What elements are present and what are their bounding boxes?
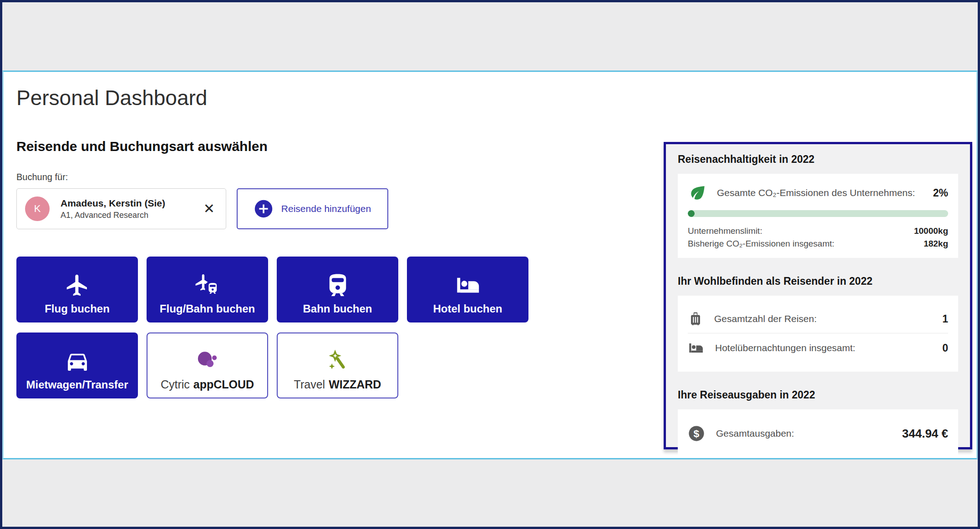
cytric-appcloud-tile[interactable]: CytricappCLOUD [147, 333, 268, 398]
trips-label: Gesamtzahl der Reisen: [714, 313, 817, 324]
car-transfer-booking-tile[interactable]: Mietwagen/Transfer [16, 333, 138, 398]
total-expenses-value: 344.94 € [902, 427, 948, 441]
luggage-icon [688, 311, 703, 327]
traveler-info: Amadeus, Kerstin (Sie) A1, Advanced Rese… [61, 198, 165, 220]
car-icon [65, 343, 90, 378]
company-limit-label: Unternehmenslimit: [688, 226, 762, 236]
company-limit-row: Unternehmenslimit: 10000kg [688, 226, 948, 236]
train-icon [325, 267, 350, 302]
total-expenses-label: Gesamtausgaben: [716, 428, 794, 439]
booking-for-label: Buchung für: [16, 172, 533, 182]
add-traveler-label: Reisende hinzufügen [281, 203, 371, 214]
leaf-icon [688, 183, 708, 203]
traveler-chip[interactable]: K Amadeus, Kerstin (Sie) A1, Advanced Re… [16, 188, 226, 229]
airplane-train-icon [193, 267, 222, 302]
hotel-nights-value: 0 [942, 342, 948, 354]
company-limit-value: 10000kg [914, 226, 948, 236]
bed-icon [455, 267, 481, 302]
emissions-header-row: Gesamte CO₂-Emissionen des Unternehmens:… [688, 183, 948, 203]
emissions-card: Gesamte CO₂-Emissionen des Unternehmens:… [678, 174, 958, 258]
flight-rail-booking-tile[interactable]: Flug/Bahn buchen [147, 257, 268, 322]
booking-column: Personal Dashboard Reisende und Buchungs… [16, 72, 533, 398]
hotel-nights-row: Hotelübernachtungen insgesamt: 0 [688, 333, 948, 363]
emissions-stats: Unternehmenslimit: 10000kg Bisherige CO₂… [688, 226, 948, 249]
emissions-label: Gesamte CO₂-Emissionen des Unternehmens: [717, 186, 917, 201]
trips-value: 1 [942, 313, 948, 325]
cytric-appcloud-icon [194, 343, 221, 378]
svg-text:$: $ [694, 428, 700, 439]
total-expenses-row: $ Gesamtausgaben: 344.94 € [688, 418, 948, 448]
personal-dashboard-page: { "page": { "title": "Personal Dashboard… [0, 0, 980, 529]
tile-label: Bahn buchen [303, 302, 372, 315]
booking-section-heading: Reisende und Buchungsart auswählen [16, 139, 533, 154]
emissions-total-label: Bisherige CO₂-Emissionen insgesamt: [688, 239, 834, 249]
tile-label: CytricappCLOUD [161, 378, 254, 391]
traveler-detail: A1, Advanced Research [61, 211, 165, 220]
page-title: Personal Dashboard [16, 86, 533, 110]
emissions-total-value: 182kg [924, 239, 948, 249]
emissions-progress-bar [688, 210, 948, 217]
app-name: appCLOUD [193, 378, 254, 391]
tile-label: Mietwagen/Transfer [26, 378, 128, 391]
traveler-name: Amadeus, Kerstin (Sie) [61, 198, 165, 209]
bed-icon-grey [688, 340, 704, 356]
traveler-avatar: K [25, 196, 50, 221]
flight-booking-tile[interactable]: Flug buchen [16, 257, 138, 322]
rail-booking-tile[interactable]: Bahn buchen [277, 257, 398, 322]
dollar-circle-icon: $ [688, 425, 705, 442]
sustainability-panel: Reisenachhaltigkeit in 2022 Gesamte CO₂-… [664, 142, 972, 449]
emissions-total-row: Bisherige CO₂-Emissionen insgesamt: 182k… [688, 239, 948, 249]
emissions-percent-value: 2% [933, 187, 948, 199]
trips-row: Gesamtzahl der Reisen: 1 [688, 305, 948, 333]
tile-label: TravelWIZZARD [294, 378, 381, 391]
expenses-heading: Ihre Reiseausgaben in 2022 [678, 389, 958, 401]
hotel-nights-label: Hotelübernachtungen insgesamt: [715, 343, 855, 353]
sustainability-heading: Reisenachhaltigkeit in 2022 [678, 153, 958, 166]
traveler-selection-row: K Amadeus, Kerstin (Sie) A1, Advanced Re… [16, 188, 533, 229]
hotel-booking-tile[interactable]: Hotel buchen [407, 257, 528, 322]
wellbeing-heading: Ihr Wohlbefinden als Reisender in 2022 [678, 275, 958, 287]
tile-label: Flug buchen [45, 302, 110, 315]
remove-traveler-icon[interactable]: ✕ [203, 202, 215, 216]
expenses-card: $ Gesamtausgaben: 344.94 € [678, 409, 958, 458]
airplane-icon [65, 267, 90, 302]
magic-wand-star-icon [325, 343, 350, 378]
tile-label: Hotel buchen [433, 302, 502, 315]
app-name: WIZZARD [329, 378, 381, 391]
app-prefix: Travel [294, 378, 325, 391]
plus-icon [254, 199, 273, 218]
wellbeing-card: Gesamtzahl der Reisen: 1 Hotelübernachtu… [678, 296, 958, 372]
tile-label: Flug/Bahn buchen [160, 302, 255, 315]
emissions-progress-fill [688, 210, 695, 217]
travel-wizzard-tile[interactable]: TravelWIZZARD [277, 333, 398, 398]
add-traveler-button[interactable]: Reisende hinzufügen [237, 188, 388, 229]
main-content-area: Personal Dashboard Reisende und Buchungs… [2, 71, 978, 459]
app-prefix: Cytric [161, 378, 190, 391]
booking-tiles-grid: Flug buchen Flug/Bahn b [16, 257, 533, 398]
